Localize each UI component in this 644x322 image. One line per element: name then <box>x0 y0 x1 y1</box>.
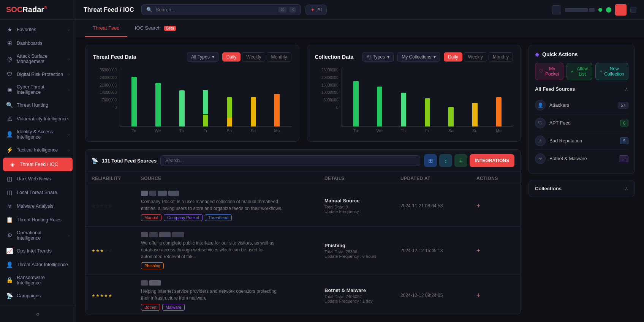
tab-ioc-search[interactable]: IOC Search Beta <box>127 20 184 37</box>
sidebar-item-malware[interactable]: ☣ Malware Analysis <box>0 199 76 213</box>
reliability-stars: ★★★☆☆ <box>92 248 141 253</box>
sidebar-item-identity[interactable]: 👤 Identity & Access Intelligence › <box>0 126 76 143</box>
threat-feed-chart-card: Threat Feed Data All Types ▾ Daily Weekl… <box>85 45 299 142</box>
sidebar-item-vuln-intel[interactable]: ⚠ Vulnerability Intelligence <box>0 112 76 126</box>
sort-button[interactable]: ↕ <box>439 154 452 167</box>
search-icon: 🔍 <box>146 7 152 13</box>
bar <box>425 98 430 126</box>
action-cell: + <box>476 292 514 300</box>
collection-type-select[interactable]: All Types ▾ <box>362 52 394 62</box>
sidebar-item-threat-feed[interactable]: ◈ Threat Feed / IOC <box>3 158 73 171</box>
collections-title: Collections <box>535 186 562 191</box>
action-buttons: ♡ My Pocket ✓ Allow List + New Collectio… <box>535 63 628 80</box>
tag-manual: Manual <box>141 214 161 221</box>
collection-period-monthly[interactable]: Monthly <box>489 52 513 62</box>
bar <box>496 97 502 126</box>
topbar-right <box>552 4 636 16</box>
user-id-bar <box>589 8 595 12</box>
total-data: Total Data: 7406092 <box>324 294 400 299</box>
period-daily[interactable]: Daily <box>222 52 241 62</box>
page-header: Threat Feed IOC Search Beta <box>76 20 644 37</box>
feed-source-list: 👤 Attackers 57 🛡 APT Feed 6 ⚠ Bad Reputa… <box>535 96 628 167</box>
settings-button[interactable] <box>630 7 636 13</box>
diamond-icon: ◈ <box>535 51 539 57</box>
sidebar-item-campaigns[interactable]: 📡 Campaigns <box>0 289 76 303</box>
dashboards-icon: ⊞ <box>6 40 13 47</box>
user-avatar[interactable] <box>615 4 627 16</box>
page-title: Threat Feed / IOC <box>84 6 134 13</box>
bar <box>227 118 232 126</box>
bar <box>472 103 478 126</box>
sidebar-item-digital-risk[interactable]: 🛡 Digital Risk Protection › <box>0 68 76 81</box>
source-icon-4 <box>172 232 184 237</box>
source-tags: Phishing <box>141 262 324 269</box>
sidebar-item-local-threat[interactable]: ◫ Local Threat Share <box>0 186 76 199</box>
add-to-feed-button[interactable]: + <box>476 247 481 254</box>
ai-button[interactable]: ✦ AI <box>305 5 326 15</box>
ops-intel-icon: ⚙ <box>6 232 13 239</box>
sidebar: SOCRadar® ★ Favorites › ⊞ Dashboards ◎ A… <box>0 0 76 322</box>
collection-period-weekly[interactable]: Weekly <box>464 52 487 62</box>
source-description: Helping internet service providers and n… <box>141 288 285 301</box>
my-pocket-button[interactable]: ♡ My Pocket <box>535 63 563 80</box>
source-icon-2 <box>149 191 156 196</box>
collection-period-daily[interactable]: Daily <box>444 52 462 62</box>
sidebar-item-threat-hunting[interactable]: 🔍 Threat Hunting <box>0 98 76 112</box>
sidebar-item-dark-web[interactable]: ◫ Dark Web News <box>0 172 76 186</box>
sidebar-item-cyber-threat[interactable]: ◉ Cyber Threat Intelligence › <box>0 81 76 98</box>
bar <box>227 97 232 118</box>
details-cell: Phishing Total Data: 26396 Update Freque… <box>324 243 400 259</box>
total-data: Total Data: 26396 <box>324 249 400 254</box>
search-bar[interactable]: 🔍 ⌘ K <box>141 4 301 15</box>
pocket-icon: ♡ <box>539 69 543 74</box>
collection-select[interactable]: My Collections ▾ <box>397 52 440 62</box>
add-button[interactable]: + <box>454 154 467 167</box>
feed-search-input[interactable] <box>160 155 420 166</box>
collections-chevron[interactable]: ∧ <box>625 186 628 191</box>
threat-actor-icon: 👤 <box>6 261 13 268</box>
collapse-button[interactable]: « <box>6 311 70 317</box>
type-select[interactable]: All Types ▾ <box>187 52 218 62</box>
allow-list-button[interactable]: ✓ Allow List <box>566 63 593 80</box>
add-to-feed-button[interactable]: + <box>476 202 481 210</box>
action-cell: + <box>476 202 514 210</box>
details-label: Botnet & Malware <box>324 287 400 293</box>
tag-botnet: Botnet <box>141 304 160 311</box>
chart-header: Threat Feed Data All Types ▾ Daily Weekl… <box>93 52 291 62</box>
source-cell: We offer a complete public interface for… <box>141 232 324 269</box>
sidebar-item-tactical[interactable]: ⚡ Tactical Intelligence › <box>0 143 76 157</box>
action-cell: + <box>476 247 514 255</box>
chevron-up-icon[interactable]: ∧ <box>625 86 628 92</box>
new-collection-button[interactable]: + New Collection <box>595 63 628 80</box>
sidebar-item-threat-reports[interactable]: 📄 Threat Reports <box>0 303 76 306</box>
sidebar-item-ops-intel[interactable]: ⚙ Operational Intelligence › <box>0 227 76 244</box>
add-to-feed-button[interactable]: + <box>476 292 481 299</box>
check-icon: ✓ <box>571 69 574 74</box>
sidebar-item-dashboards[interactable]: ⊞ Dashboards <box>0 36 76 50</box>
sidebar-item-threat-actor[interactable]: 👤 Threat Actor Intelligence <box>0 258 76 271</box>
sidebar-item-attack-surface[interactable]: ◎ Attack Surface Management › <box>0 50 76 68</box>
col-updated: Updated At <box>400 176 476 181</box>
sidebar-collapse-area[interactable]: « <box>0 306 76 322</box>
sidebar-item-hunting-rules[interactable]: 📋 Threat Hunting Rules <box>0 213 76 227</box>
tab-threat-feed[interactable]: Threat Feed <box>85 20 127 37</box>
source-icon-2 <box>149 232 158 237</box>
grid-view-button[interactable]: ⊞ <box>424 154 437 167</box>
main-content: Threat Feed / IOC 🔍 ⌘ K ✦ AI Threat Feed <box>76 0 644 322</box>
search-input[interactable] <box>155 7 275 13</box>
feed-section: 📡 131 Total Feed Sources ⊞ ↕ + INTEGRATI… <box>85 149 521 314</box>
sidebar-item-favorites[interactable]: ★ Favorites › <box>0 23 76 36</box>
user-status <box>565 8 595 12</box>
period-monthly[interactable]: Monthly <box>267 52 291 62</box>
quick-actions-title: ◈ Quick Actions <box>535 51 628 57</box>
period-weekly[interactable]: Weekly <box>242 52 265 62</box>
sidebar-item-ops-trends[interactable]: 📈 Ops Intel Trends <box>0 244 76 258</box>
source-name: APT Feed <box>549 120 616 126</box>
attacker-icon: 👤 <box>535 100 546 110</box>
bar <box>251 97 256 126</box>
kbd-cmd: ⌘ <box>278 7 286 13</box>
integrations-button[interactable]: INTEGRATIONS <box>470 154 514 167</box>
sidebar-item-ransomware[interactable]: 🔒 Ransomware Intelligence <box>0 271 76 289</box>
updated-at: 2024-11-21 08:04:53 <box>400 203 476 208</box>
source-cell: Company Pocket is a user-managed collect… <box>141 191 324 221</box>
